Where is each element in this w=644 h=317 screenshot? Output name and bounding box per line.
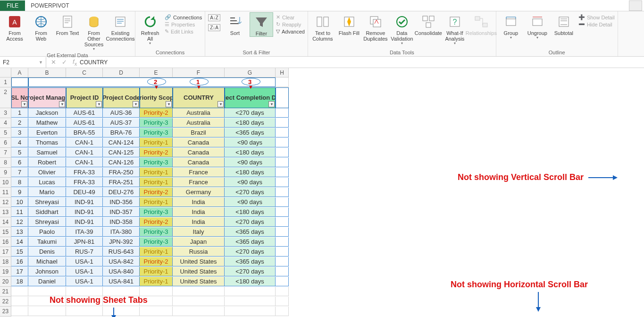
filter-icon[interactable]: ▾ (21, 101, 27, 107)
cell-pc[interactable]: ITA-380 (103, 227, 140, 237)
header-project-id[interactable]: Project ID▾ (66, 87, 103, 108)
row-header-20[interactable]: 20 (0, 277, 11, 287)
cell-sl[interactable]: 3 (11, 128, 28, 137)
header-sl[interactable]: SL No▾ (11, 87, 28, 108)
column-header-H[interactable]: H (276, 68, 289, 77)
cell-sl[interactable]: 9 (11, 188, 28, 197)
cell-country[interactable]: Germany (173, 188, 225, 197)
from-web-button[interactable]: From Web (29, 12, 53, 42)
row-header-23[interactable]: 23 (0, 307, 11, 317)
cell-country[interactable]: United States (173, 257, 225, 266)
header-completion-days[interactable]: Project Completion Days▾ (225, 87, 276, 108)
cell-country[interactable]: Canada (173, 158, 225, 167)
relationships-button[interactable]: Relationships (469, 12, 493, 36)
row-header-14[interactable]: 14 (0, 217, 11, 227)
cell[interactable] (140, 287, 173, 296)
row-header-9[interactable]: 9 (0, 168, 11, 178)
cell-country[interactable]: United States (173, 277, 225, 286)
cell-pid[interactable]: AUS-61 (66, 118, 103, 128)
filter-button[interactable]: Filter (250, 12, 273, 37)
cell-pc[interactable]: FRA-250 (103, 168, 140, 177)
cell-days[interactable]: <180 days (225, 207, 276, 217)
cell-country[interactable]: Australia (173, 108, 225, 118)
cell-country[interactable]: Japan (173, 237, 225, 247)
cell-priority[interactable]: Priority-1 (140, 197, 173, 207)
cell-sl[interactable]: 6 (11, 158, 28, 167)
filter-icon[interactable]: ▾ (166, 101, 172, 107)
filter-icon[interactable]: ▾ (59, 101, 65, 107)
cell-days[interactable]: <365 days (225, 237, 276, 247)
header-priority-scope[interactable]: Priority Scope▾ (140, 87, 173, 108)
from-other-sources-button[interactable]: From Other Sources▾ (82, 12, 106, 51)
cell-pc[interactable]: IND-356 (103, 197, 140, 207)
cell-pc[interactable]: USA-841 (103, 277, 140, 286)
row-header-22[interactable]: 22 (0, 297, 11, 307)
cell-country[interactable]: India (173, 197, 225, 207)
cell-pm[interactable]: Takumi (28, 237, 66, 247)
cell-sl[interactable]: 4 (11, 138, 28, 147)
cell-pc[interactable]: JPN-392 (103, 237, 140, 247)
cell-country[interactable]: France (173, 178, 225, 187)
cell-days[interactable]: <180 days (225, 168, 276, 177)
show-detail-button[interactable]: ➕Show Detail (578, 14, 615, 20)
cell-priority[interactable]: Priority-1 (140, 168, 173, 177)
enter-icon[interactable]: ✓ (62, 59, 67, 66)
cell-days[interactable]: <180 days (225, 277, 276, 286)
cell[interactable] (103, 287, 140, 296)
cell-pc[interactable]: AUS-37 (103, 118, 140, 128)
flash-fill-button[interactable]: Flash Fill (337, 12, 361, 36)
cell-country[interactable]: India (173, 207, 225, 217)
cell-days[interactable]: <270 days (225, 188, 276, 197)
cell[interactable] (276, 297, 289, 306)
cell-pid[interactable]: DEU-49 (66, 188, 103, 197)
cell-sl[interactable]: 11 (11, 207, 28, 217)
text-to-columns-button[interactable]: Text to Columns (311, 12, 335, 42)
row-header-15[interactable]: 15 (0, 227, 11, 237)
cell-pc[interactable]: BRA-76 (103, 128, 140, 137)
row-header-11[interactable]: 11 (0, 188, 11, 197)
cell-priority[interactable]: Priority-2 (140, 188, 173, 197)
cell-country[interactable]: Canada (173, 148, 225, 157)
cell-days[interactable]: <180 days (225, 118, 276, 128)
group-button[interactable]: Group▾ (499, 12, 523, 40)
cell-sl[interactable]: 15 (11, 247, 28, 257)
column-header-C[interactable]: C (66, 68, 103, 77)
sort-az-button[interactable]: A↓Z (208, 14, 220, 21)
cell[interactable] (173, 287, 225, 296)
name-box[interactable]: F2▼ (0, 57, 46, 68)
cell-pc[interactable]: RUS-643 (103, 247, 140, 257)
cell-priority[interactable]: Priority-3 (140, 128, 173, 137)
sort-button[interactable]: Sort (223, 12, 247, 36)
cell-priority[interactable]: Priority-3 (140, 237, 173, 247)
filter-icon[interactable]: ▾ (96, 101, 102, 107)
cell-pid[interactable]: JPN-81 (66, 237, 103, 247)
cell-pm[interactable]: Samuel (28, 148, 66, 157)
cell-pc[interactable]: FRA-251 (103, 178, 140, 187)
cell-pid[interactable]: AUS-61 (66, 108, 103, 118)
data-validation-button[interactable]: Data Validation▾ (390, 12, 414, 46)
cell-pid[interactable]: RUS-7 (66, 247, 103, 257)
column-header-A[interactable]: A (11, 68, 28, 77)
cell-pc[interactable]: CAN-126 (103, 158, 140, 167)
column-header-E[interactable]: E (140, 68, 173, 77)
cell-pc[interactable]: IND-357 (103, 207, 140, 217)
cell-pid[interactable]: IND-91 (66, 217, 103, 227)
cell-priority[interactable]: Priority-1 (140, 267, 173, 276)
cell-pm[interactable]: Everton (28, 128, 66, 137)
cell-pid[interactable]: IND-91 (66, 207, 103, 217)
file-tab[interactable]: FILE (0, 0, 25, 11)
cell-sl[interactable]: 16 (11, 257, 28, 266)
cell-pm[interactable]: Mario (28, 188, 66, 197)
cell-pm[interactable]: Robert (28, 158, 66, 167)
cell-sl[interactable]: 2 (11, 118, 28, 128)
what-if-analysis-button[interactable]: ? What-If Analysis▾ (443, 12, 467, 46)
cell-sl[interactable]: 17 (11, 267, 28, 276)
formula-input[interactable]: COUNTRY (77, 57, 644, 68)
cell-country[interactable]: United States (173, 267, 225, 276)
cell-pc[interactable]: USA-840 (103, 267, 140, 276)
cell-days[interactable]: <90 days (225, 197, 276, 207)
cell[interactable] (225, 287, 276, 296)
cell-priority[interactable]: Priority-1 (140, 178, 173, 187)
cell-priority[interactable]: Priority-3 (140, 158, 173, 167)
cell-pm[interactable]: Johnson (28, 267, 66, 276)
